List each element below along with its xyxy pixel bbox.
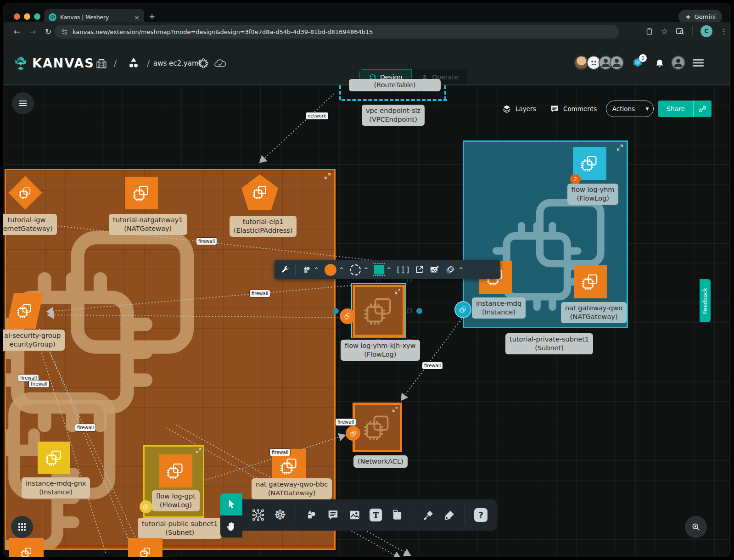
- selection-color-tool[interactable]: ^: [374, 265, 391, 274]
- comment-tool-icon[interactable]: [327, 509, 339, 521]
- node-flow-log-gpt[interactable]: [159, 454, 192, 487]
- node-label-nat-gateway-qwo: nat gateway-qwo(NATGateway): [561, 302, 627, 323]
- fill-color-swatch[interactable]: [325, 264, 336, 276]
- browser-window: Kanvas | Meshery × + Gemini ← → ↻ kanvas…: [3, 3, 731, 557]
- edge-label-firewall: firewall: [196, 238, 217, 245]
- meshery-components-icon[interactable]: [252, 508, 265, 522]
- image-tool-icon[interactable]: [348, 509, 361, 521]
- shapes-tool[interactable]: ^: [302, 265, 319, 274]
- zoom-button[interactable]: [685, 516, 707, 538]
- routetable-selection-edge: [339, 85, 344, 100]
- divider: [295, 264, 296, 275]
- help-tool-icon[interactable]: ?: [474, 508, 487, 522]
- routetable-selection-edge: [444, 85, 449, 100]
- divider: [641, 101, 641, 117]
- feedback-tab[interactable]: Feedback: [700, 279, 711, 322]
- group-tool[interactable]: ^: [445, 265, 463, 274]
- sticky-note-tool-icon[interactable]: [391, 509, 403, 521]
- configure-wrench-icon[interactable]: [281, 266, 289, 274]
- text-tool-icon[interactable]: T: [370, 509, 382, 521]
- node-label-security-group: al-security-groupecurityGroup): [3, 330, 65, 351]
- node-label-igw: tutorial-igwternetGateway): [3, 214, 57, 235]
- edge-label-firewall: firewall: [336, 419, 356, 426]
- kubernetes-icon[interactable]: ☸: [274, 508, 286, 522]
- routetable-selection-edge: [342, 99, 447, 102]
- actions-caret-icon[interactable]: ▼: [641, 106, 653, 111]
- node-network-acl[interactable]: [353, 403, 402, 452]
- node-label-nat-gateway-qwo-bbc: nat gateway-qwo-bbc(NATGateway): [252, 478, 332, 499]
- node-label-private-subnet: tutorial-private-subnet1(Subnet): [505, 333, 593, 354]
- add-image-icon[interactable]: [430, 265, 439, 274]
- border-style-tool[interactable]: ^: [350, 264, 368, 275]
- layers-icon: [502, 104, 511, 113]
- node-label-flow-log-selected: flow log-yhm-kjh-xyw(FlowLog): [341, 340, 420, 361]
- open-external-icon[interactable]: [415, 265, 424, 274]
- node-partial-bottom[interactable]: [128, 538, 162, 557]
- edge-label-firewall: firewall: [422, 362, 443, 369]
- edge-label-network: network: [306, 112, 328, 119]
- fill-color-tool[interactable]: ^: [325, 264, 344, 276]
- divider: [413, 506, 413, 524]
- edge-label-firewall: firewall: [75, 424, 95, 431]
- node-flow-log-selected[interactable]: [353, 285, 405, 337]
- node-label-vpc-endpoint: vpc endpoint-slz(VPCEndpoint): [362, 105, 425, 126]
- node-label-network-acl: (NetworkACL): [353, 455, 408, 468]
- node-natgateway1[interactable]: [125, 177, 158, 209]
- apps-grid-button[interactable]: [11, 516, 33, 538]
- share-button[interactable]: Share: [658, 101, 712, 117]
- actions-button[interactable]: Actions ▼: [606, 101, 654, 117]
- share-link-icon[interactable]: [694, 105, 712, 113]
- layers-button[interactable]: Layers: [502, 104, 536, 113]
- collapse-icon[interactable]: [392, 407, 398, 412]
- node-label-instance-mdq: instance-mdq(Instance): [472, 297, 526, 319]
- node-partial-bottom[interactable]: [9, 538, 44, 557]
- node-nat-gateway-qwo[interactable]: [574, 265, 607, 298]
- component-dock: ☸ T ?: [242, 499, 497, 531]
- node-label-public-subnet: tutorial-public-subnet1(Subnet): [138, 518, 222, 539]
- edge-label-firewall: firewall: [29, 381, 49, 387]
- dashed-circle-icon[interactable]: [350, 264, 361, 275]
- pencil-tool-icon[interactable]: [443, 509, 455, 521]
- edge-label-firewall: firewall: [270, 449, 290, 456]
- node-label-eip1: tutorial-eip1(ElasticIPAddress): [230, 216, 297, 237]
- flow-log-yhm-count-badge: 2: [570, 174, 581, 185]
- node-context-toolbar: ^ ^ ^ ^ ^: [275, 260, 500, 279]
- design-canvas[interactable]: (RouteTable) vpc endpoint-slz(VPCEndpoin…: [4, 85, 730, 556]
- flow-log-selected-badge[interactable]: [340, 308, 355, 324]
- node-label-instance-mdq-gnx: instance-mdq-gnx(Instance): [22, 477, 90, 498]
- canvas-menu-button[interactable]: [12, 92, 34, 114]
- divider: [465, 506, 465, 524]
- comments-button[interactable]: Comments: [550, 104, 597, 113]
- node-flow-log-selected-ring: [351, 283, 406, 338]
- rename-field-icon[interactable]: [397, 266, 409, 274]
- node-instance-mdq-gnx[interactable]: [38, 442, 70, 474]
- node-label-flow-log-yhm: flow log-yhm(FlowLog): [567, 184, 618, 205]
- flow-log-gpt-badge: [140, 500, 152, 513]
- edge-label-firewall: firewall: [250, 290, 270, 297]
- comments-icon: [550, 104, 559, 113]
- network-acl-badge[interactable]: [346, 426, 360, 441]
- selection-handle[interactable]: [407, 308, 412, 313]
- collapse-icon[interactable]: [196, 448, 201, 453]
- select-tool[interactable]: [220, 493, 242, 515]
- teal-square-icon[interactable]: [374, 265, 384, 274]
- collapse-icon[interactable]: [395, 289, 400, 294]
- edge-port-dot[interactable]: [416, 308, 422, 314]
- edge-port-dot[interactable]: [333, 308, 339, 314]
- node-label-natgateway1: tutorial-natgateway1(NATGateway): [109, 214, 187, 235]
- pen-tool-icon[interactable]: [422, 509, 434, 521]
- shapes-tool-icon[interactable]: [305, 509, 318, 521]
- pan-tool[interactable]: [220, 515, 242, 538]
- subnet-port-badge[interactable]: [454, 301, 471, 318]
- node-label-routetable: (RouteTable): [349, 79, 441, 91]
- divider: [296, 506, 296, 524]
- node-label-flow-log-gpt: flow log-gpt(FlowLog): [152, 490, 200, 511]
